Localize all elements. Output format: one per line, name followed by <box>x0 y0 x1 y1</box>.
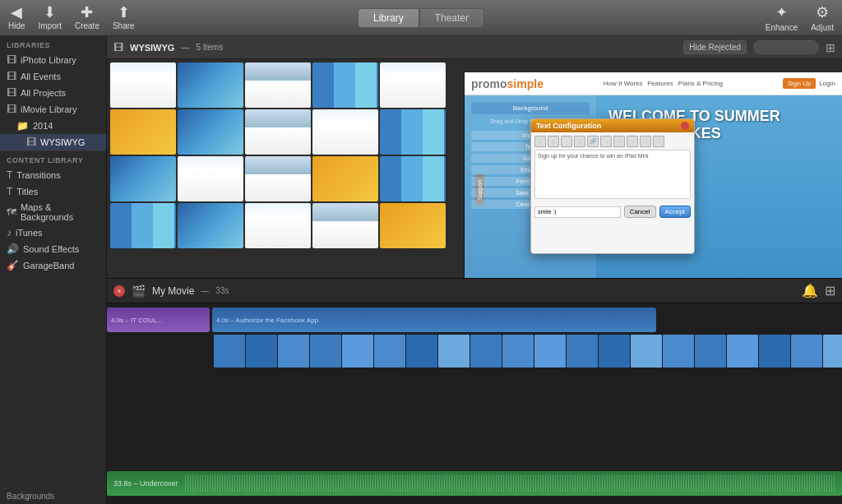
audio-track: 33.8s – Undercover <box>107 471 842 496</box>
hide-label: Hide <box>8 21 25 30</box>
film-thumb[interactable] <box>178 62 243 108</box>
bold-btn[interactable]: B <box>548 136 559 147</box>
tl-thumb <box>470 335 502 368</box>
timeline-duration: 33s <box>215 286 229 295</box>
adjust-button[interactable]: ⚙ Adjust <box>811 3 834 32</box>
sidebar-item-allprojects[interactable]: 🎞 All Projects <box>0 85 106 101</box>
film-thumb[interactable] <box>178 109 243 155</box>
sidebar-item-2014[interactable]: 📁 2014 <box>0 118 106 134</box>
tl-thumb <box>246 335 277 368</box>
sidebar-item-itunes[interactable]: ♪ iTunes <box>0 224 106 241</box>
dialog-cancel-button[interactable]: Cancel <box>624 206 656 218</box>
tl-thumb <box>663 335 694 368</box>
film-thumb[interactable] <box>110 203 176 248</box>
toolbar: ◀ Hide ⬇ Import ✚ Create ⬆ Share Library… <box>0 0 842 36</box>
align-left-btn[interactable]: ≡ <box>600 136 612 147</box>
dialog-title-text: Text Configuration <box>536 122 601 130</box>
film-thumb[interactable] <box>380 109 446 155</box>
tl-thumb <box>567 335 598 368</box>
create-button[interactable]: ✚ Create <box>75 5 99 30</box>
sidebar-item-titles[interactable]: T Titles <box>0 183 106 200</box>
library-view: 🎞 WYSIWYG — 5 Items Hide Rejected ⊞ <box>107 36 842 279</box>
hide-button[interactable]: ◀ Hide <box>8 5 25 30</box>
sidebar-item-soundeffects[interactable]: 🔊 Sound Effects <box>0 241 106 257</box>
tab-theater[interactable]: Theater <box>419 8 484 28</box>
film-thumb[interactable] <box>312 62 378 108</box>
sidebar-imovielib-label: iMovie Library <box>21 104 76 114</box>
clip-blue-2[interactable]: 4.0s – Authorize the Facebook App <box>212 307 656 332</box>
tl-thumbstrip <box>214 335 842 368</box>
timeline-tracks[interactable]: 4.0s – IT COUL... 4.0s – Authorize the F… <box>107 303 842 504</box>
tl-thumb <box>278 335 309 368</box>
sidebar-item-allevents[interactable]: 🎞 All Events <box>0 68 106 85</box>
film-thumb[interactable] <box>312 203 378 248</box>
dialog-toolbar: A B I U 🔗 ≡ ≡ ≡ A + <box>534 136 691 147</box>
tl-thumb <box>791 335 822 368</box>
film-thumb[interactable] <box>245 62 311 108</box>
film-thumb[interactable] <box>178 203 243 248</box>
tab-library[interactable]: Library <box>358 8 419 28</box>
film-thumb[interactable] <box>245 109 311 155</box>
background-btn[interactable]: Background <box>471 102 590 114</box>
film-thumb[interactable] <box>110 156 176 201</box>
sidebar-wysiwyg-label: WYSIWYG <box>40 137 85 147</box>
dialog-text-content[interactable]: Sign up for your chance to win an iPad M… <box>534 150 691 199</box>
share-icon: ⬆ <box>118 5 130 20</box>
grid-view-icon[interactable]: ⊞ <box>826 41 835 54</box>
film-thumb[interactable] <box>245 156 311 201</box>
allprojects-icon: 🎞 <box>7 87 16 99</box>
timeline-close-button[interactable]: × <box>113 285 125 297</box>
dialog-accept-button[interactable]: Accept <box>659 206 691 218</box>
sidebar-item-garageband[interactable]: 🎸 GarageBand <box>0 257 106 274</box>
import-button[interactable]: ⬇ Import <box>39 5 62 30</box>
film-thumb[interactable] <box>110 62 176 108</box>
imovielib-icon: 🎞 <box>7 104 16 115</box>
sidebar-allevents-label: All Events <box>21 72 61 81</box>
sidebar-item-wysiwyg[interactable]: 🎞 WYSIWYG <box>0 134 106 150</box>
settings-icon[interactable]: ⊞ <box>825 283 835 298</box>
link-btn[interactable]: 🔗 <box>587 136 599 147</box>
align-right-btn[interactable]: ≡ <box>627 136 638 147</box>
dialog-close-button[interactable] <box>681 122 689 130</box>
backgrounds-item[interactable]: Backgrounds <box>0 488 106 504</box>
sidebar-item-mapsbackgrounds[interactable]: 🗺 Maps & Backgrounds <box>0 200 106 224</box>
font-source-btn[interactable]: A <box>534 136 546 147</box>
hide-icon: ◀ <box>11 5 22 20</box>
italic-btn[interactable]: I <box>561 136 572 147</box>
color-btn[interactable]: A <box>640 136 651 147</box>
enhance-button[interactable]: ✦ Enhance <box>766 3 798 32</box>
simple-text: simple <box>507 77 544 90</box>
audio-toggle-icon[interactable]: 🔔 <box>802 283 818 298</box>
promo-logo: promosimple <box>471 77 544 90</box>
signup-btn[interactable]: Sign Up <box>783 78 816 89</box>
timeline-movie-title: My Movie <box>152 285 194 297</box>
film-thumb[interactable] <box>312 109 378 155</box>
dialog-footer-input[interactable] <box>534 206 621 218</box>
dialog-title-bar: Text Configuration <box>531 119 694 132</box>
hide-rejected-button[interactable]: Hide Rejected <box>683 40 747 54</box>
underline-btn[interactable]: U <box>574 136 585 147</box>
promo-nav: How It Works Features Plans & Pricing <box>604 80 723 87</box>
film-thumb[interactable] <box>380 203 446 248</box>
film-thumb[interactable] <box>380 62 446 108</box>
film-thumb[interactable] <box>178 156 243 201</box>
clip-purple-1[interactable]: 4.0s – IT COUL... <box>107 307 210 332</box>
login-link[interactable]: Login <box>819 80 835 87</box>
film-thumb[interactable] <box>380 156 446 201</box>
wysiwyg-icon-small: 🎞 <box>113 42 123 53</box>
tl-thumb <box>599 335 630 368</box>
sidebar-item-imovielib[interactable]: 🎞 iMovie Library <box>0 101 106 118</box>
nav-plans: Plans & Pricing <box>678 80 723 87</box>
garageband-icon: 🎸 <box>7 260 19 271</box>
film-thumb[interactable] <box>312 156 378 201</box>
align-center-btn[interactable]: ≡ <box>613 136 625 147</box>
timeline-area: × 🎬 My Movie — 33s 🔔 ⊞ 4.0s – IT COUL...… <box>107 279 842 504</box>
size-btn[interactable]: + <box>653 136 664 147</box>
share-button[interactable]: ⬆ Share <box>113 5 135 30</box>
film-thumb[interactable] <box>245 203 311 248</box>
sidebar-item-iphoto[interactable]: 🎞 iPhoto Library <box>0 52 106 68</box>
create-label: Create <box>75 21 99 30</box>
sidebar-item-transitions[interactable]: T Transitions <box>0 167 106 183</box>
library-search-input[interactable] <box>753 40 819 54</box>
film-thumb[interactable] <box>110 109 176 155</box>
